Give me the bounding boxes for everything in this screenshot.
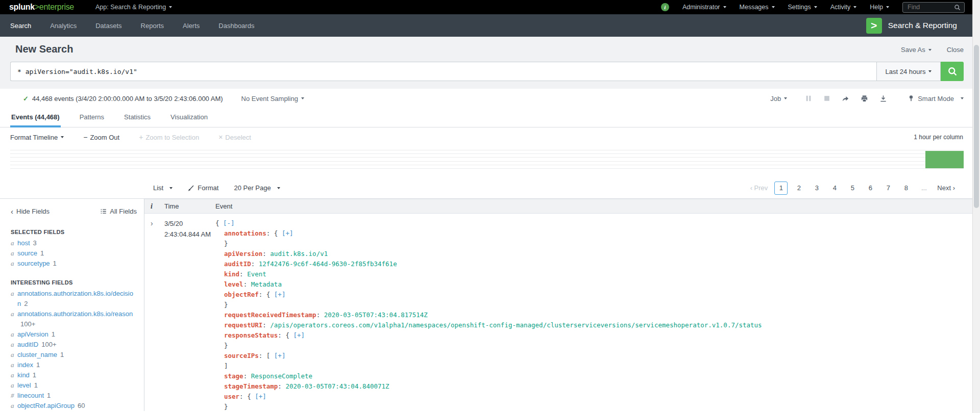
all-fields-button[interactable]: All Fields — [100, 208, 137, 215]
json-line: user: { [+] — [215, 392, 980, 402]
json-expand-toggle[interactable]: [+] — [293, 331, 305, 339]
json-line: stage: ResponseComplete — [215, 371, 980, 381]
json-key: requestReceivedTimestamp — [224, 311, 316, 319]
search-mode-dropdown[interactable]: Smart Mode — [908, 95, 964, 102]
results-tab[interactable]: Events (44,468) — [10, 113, 61, 127]
field-link[interactable]: cluster_name — [17, 351, 57, 358]
caret-down-icon — [277, 187, 280, 189]
timeline-event-bar[interactable] — [925, 151, 964, 168]
format-button[interactable]: Format — [188, 184, 218, 192]
info-icon[interactable]: i — [661, 3, 669, 11]
results-tab[interactable]: Visualization — [169, 113, 209, 127]
json-expand-toggle[interactable]: [+] — [274, 352, 286, 359]
pagination-item[interactable]: 3 — [810, 182, 823, 195]
field-link[interactable]: auditID — [17, 341, 38, 348]
nav-item[interactable]: Datasets — [95, 22, 121, 30]
time-range-picker[interactable]: Last 24 hours — [876, 62, 941, 81]
vertical-scrollbar[interactable] — [972, 0, 980, 413]
field-link[interactable]: kind — [17, 371, 30, 379]
event-date: 3/5/20 — [164, 218, 215, 229]
stop-button[interactable] — [823, 95, 830, 102]
json-key: objectRef — [224, 291, 259, 298]
json-value: 2020-03-05T07:43:04.840071Z — [285, 382, 389, 390]
save-as-label: Save As — [901, 46, 925, 54]
interesting-fields-list: a annotations.authorization.k8s.io/decis… — [11, 289, 137, 411]
nav-item[interactable]: Analytics — [50, 22, 77, 30]
print-button[interactable] — [861, 95, 868, 102]
field-count: 1 — [36, 361, 40, 369]
share-button[interactable] — [842, 95, 849, 102]
results-tab[interactable]: Statistics — [123, 113, 152, 127]
event-sampling-dropdown[interactable]: No Event Sampling — [241, 95, 304, 102]
list-view-dropdown[interactable]: List — [153, 184, 173, 192]
close-button[interactable]: Close — [947, 46, 964, 54]
hide-fields-button[interactable]: ‹ Hide Fields — [11, 208, 50, 215]
format-timeline-dropdown[interactable]: Format Timeline — [10, 134, 64, 141]
pagination-item[interactable]: Next › — [935, 182, 957, 195]
per-page-dropdown[interactable]: 20 Per Page — [234, 184, 280, 192]
field-type-icon: a — [11, 248, 17, 259]
field-link[interactable]: apiVersion — [17, 330, 48, 338]
topbar-menu-item[interactable]: Activity — [830, 4, 857, 11]
save-as-button[interactable]: Save As — [901, 46, 932, 54]
page-label: ... — [921, 184, 927, 192]
pagination-item[interactable]: 4 — [828, 182, 841, 195]
column-header-event: Event — [215, 202, 980, 210]
pagination-item[interactable]: 6 — [864, 182, 877, 195]
json-line: { [-] — [215, 218, 980, 228]
nav-item[interactable]: Dashboards — [218, 22, 254, 30]
pagination-item[interactable]: 5 — [846, 182, 859, 195]
search-query-input[interactable] — [10, 62, 876, 81]
json-expand-toggle[interactable]: [+] — [255, 393, 266, 400]
json-expand-toggle[interactable]: [+] — [274, 291, 286, 298]
field-link[interactable]: index — [17, 361, 33, 369]
field-type-icon: a — [11, 340, 17, 350]
field-link[interactable]: annotations.authorization.k8s.io/decisio… — [17, 290, 133, 307]
timeline-zoom-button[interactable]: + Zoom to Selection — [139, 133, 199, 141]
topbar-menu-item[interactable]: Help — [870, 4, 889, 11]
pagination-item[interactable]: 2 — [792, 182, 805, 195]
field-link[interactable]: host — [17, 239, 30, 247]
events-timeline-chart[interactable] — [10, 147, 964, 170]
json-punct: : — [316, 311, 324, 319]
app-menu-dropdown[interactable]: App: Search & Reporting — [95, 4, 172, 11]
field-link[interactable]: sourcetype — [17, 260, 50, 267]
topbar-menu-item[interactable]: Settings — [788, 4, 817, 11]
field-count: 1 — [33, 371, 36, 379]
nav-item[interactable]: Alerts — [183, 22, 200, 30]
topbar-menu-item[interactable]: Administrator — [682, 4, 726, 11]
splunk-logo: splunk>enterprise — [9, 3, 74, 12]
json-value: audit.k8s.io/v1 — [270, 250, 328, 257]
timeline-zoom-button[interactable]: − Zoom Out — [83, 133, 119, 141]
pagination-item[interactable]: ... — [917, 182, 930, 195]
pagination-item[interactable]: 7 — [881, 182, 895, 195]
topbar-menu-item[interactable]: Messages — [740, 4, 775, 11]
nav-item[interactable]: Reports — [141, 22, 164, 30]
results-tab[interactable]: Patterns — [79, 113, 105, 127]
field-link[interactable]: objectRef.apiGroup — [17, 402, 75, 409]
nav-item[interactable]: Search — [10, 22, 31, 30]
nav-items: Search Analytics Datasets Reports Alerts… — [10, 22, 273, 30]
json-expand-toggle[interactable]: [+] — [282, 229, 293, 237]
field-link[interactable]: source — [17, 249, 37, 257]
export-button[interactable] — [879, 95, 887, 102]
pause-button[interactable] — [805, 95, 812, 102]
scrollbar-thumb[interactable] — [974, 45, 979, 208]
pagination-item[interactable]: 8 — [899, 182, 913, 195]
caret-down-icon — [961, 97, 964, 99]
timeline-zoom-button[interactable]: × Deselect — [218, 133, 251, 141]
result-summary: 44,468 events (3/4/20 2:00:00.000 AM to … — [32, 95, 223, 102]
pagination-item[interactable]: ‹ Prev — [748, 182, 770, 195]
zoom-glyph-icon: + — [139, 133, 143, 141]
hide-fields-label: Hide Fields — [16, 208, 50, 215]
page-label: 3 — [815, 184, 819, 192]
job-dropdown[interactable]: Job — [770, 95, 787, 102]
field-link[interactable]: linecount — [17, 392, 44, 399]
row-expand-chevron-icon[interactable]: › — [151, 218, 164, 411]
pagination-item[interactable]: 1 — [774, 182, 788, 195]
field-link[interactable]: level — [17, 381, 31, 389]
search-button[interactable] — [941, 62, 964, 81]
find-input[interactable] — [906, 3, 954, 11]
json-expand-toggle[interactable]: [-] — [223, 219, 235, 227]
field-link[interactable]: annotations.authorization.k8s.io/reason — [17, 310, 133, 318]
